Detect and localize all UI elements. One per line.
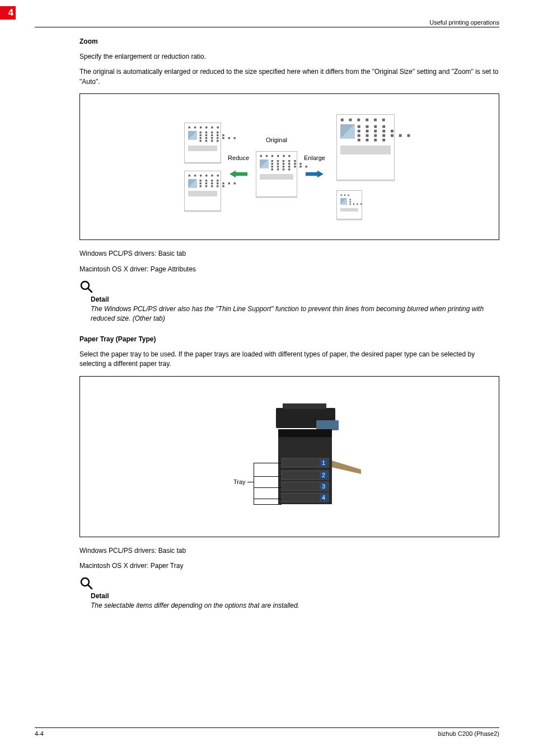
reduced-doc: ■ ■ ■ ■ ■ ■ ■ ■ ■ ■ ■ ■ ■ ■ ■ ■ ■ ■ ■ ■ …	[184, 171, 221, 211]
tray-label: Tray	[233, 478, 246, 485]
zoom-detail-text: The Windows PCL/PS driver also has the "…	[91, 304, 499, 324]
svg-marker-0	[229, 171, 247, 178]
magnify-icon	[79, 280, 499, 294]
svg-rect-7	[316, 420, 339, 430]
svg-rect-6	[283, 403, 326, 409]
zoom-para2: The original is automatically enlarged o…	[79, 67, 499, 87]
tiny-doc: ■ ■ ■ ■ ■ ■ ■ ■ ■	[336, 190, 362, 219]
reduce-label: Reduce	[228, 154, 249, 161]
zoom-figure: ■ ■ ■ ■ ■ ■ ■ ■ ■ ■ ■ ■ ■ ■ ■ ■ ■ ■ ■ ■ …	[79, 93, 499, 240]
svg-rect-8	[278, 429, 332, 437]
papertray-para: Select the paper tray to be used. If the…	[79, 350, 499, 369]
papertray-driver2: Macintosh OS X driver: Paper Tray	[79, 561, 499, 571]
svg-marker-9	[332, 461, 361, 474]
papertray-title: Paper Tray (Paper Type)	[79, 335, 499, 343]
printer-icon: 1 2 3 4	[200, 398, 379, 515]
reduced-doc: ■ ■ ■ ■ ■ ■ ■ ■ ■ ■ ■ ■ ■ ■ ■ ■ ■ ■ ■ ■ …	[184, 123, 221, 163]
zoom-para1: Specify the enlargement or reduction rat…	[79, 52, 499, 62]
enlarged-doc: ■ ■ ■ ■ ■ ■ ■ ■ ■ ■ ■ ■ ■ ■ ■ ■ ■ ■ ■ ■ …	[336, 114, 395, 180]
chapter-badge: 4	[0, 6, 16, 20]
zoom-driver1: Windows PCL/PS drivers: Basic tab	[79, 249, 499, 259]
original-label: Original	[266, 137, 287, 143]
papertray-detail-text: The selectable items differ depending on…	[91, 601, 499, 611]
header-text: Useful printing operations	[35, 19, 499, 26]
enlarge-arrow-icon	[306, 169, 324, 179]
papertray-detail-label: Detail	[91, 592, 499, 600]
magnify-icon	[79, 576, 499, 591]
reduce-arrow-col: Reduce	[228, 154, 249, 179]
footer-page: 4-4	[35, 730, 44, 737]
footer-model: bizhub C200 (Phase2)	[438, 730, 499, 737]
tray-num-1: 1	[322, 460, 325, 466]
zoom-detail-label: Detail	[91, 295, 499, 303]
enlarge-label: Enlarge	[304, 154, 325, 161]
tray-num-2: 2	[322, 472, 325, 478]
svg-marker-1	[306, 171, 324, 178]
tray-num-4: 4	[322, 495, 325, 501]
papertray-driver1: Windows PCL/PS drivers: Basic tab	[79, 546, 499, 556]
svg-line-19	[88, 585, 92, 589]
tray-num-3: 3	[322, 483, 325, 490]
zoom-driver2: Macintosh OS X driver: Page Attributes	[79, 265, 499, 274]
zoom-title: Zoom	[79, 37, 499, 45]
original-doc: ■ ■ ■ ■ ■ ■ ■ ■ ■ ■ ■ ■ ■ ■ ■ ■ ■ ■ ■ ■ …	[256, 151, 297, 197]
svg-line-3	[88, 288, 92, 292]
papertray-figure: Tray	[79, 376, 499, 537]
reduce-arrow-icon	[229, 169, 247, 179]
